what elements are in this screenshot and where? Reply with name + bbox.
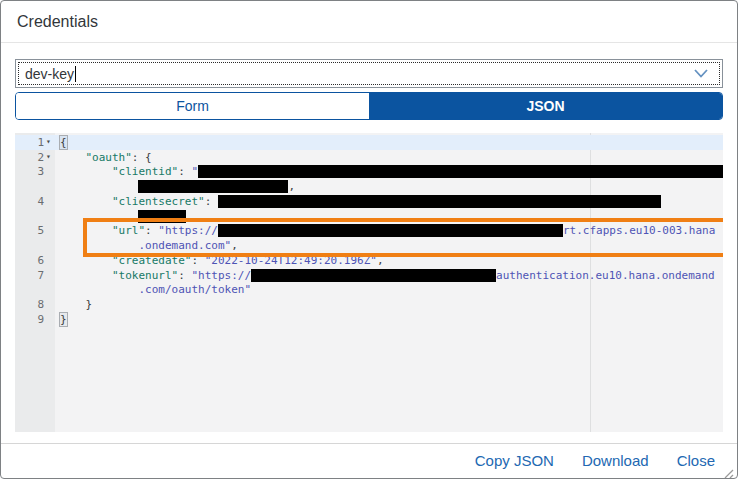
code-token: "oauth": [86, 151, 132, 164]
redacted-text: [138, 210, 186, 223]
redacted-text: [198, 165, 723, 178]
code-token: "2022-10-24T12:49:20.196Z": [205, 254, 377, 267]
code-token: }: [86, 298, 93, 311]
line-number: 1▾: [15, 136, 55, 149]
code-row: 9}: [15, 312, 723, 327]
redacted-text: [251, 269, 496, 282]
credential-key-combobox[interactable]: dev-key: [15, 59, 723, 88]
code-token: .ondemand.com": [138, 239, 231, 252]
code-line: "url": "https://rt.cfapps.eu10-003.hana: [55, 224, 723, 237]
line-number: 2▾: [15, 151, 55, 164]
page-title: Credentials: [17, 13, 98, 31]
code-token: [59, 210, 138, 223]
code-line: }: [55, 312, 723, 327]
redacted-text: [138, 180, 288, 193]
code-line: "tokenurl": "https://authentication.eu10…: [55, 269, 723, 282]
code-token: :: [191, 254, 204, 267]
code-token: :: [178, 269, 191, 282]
code-token: ,: [231, 239, 238, 252]
code-token: "https://: [191, 269, 251, 282]
fold-caret-icon[interactable]: ▾: [44, 138, 53, 146]
code-line: }: [55, 298, 723, 311]
code-token: [59, 269, 112, 282]
code-line: "clientid": ": [55, 165, 723, 178]
code-row: 6 "createdate": "2022-10-24T12:49:20.196…: [15, 253, 723, 268]
code-editor-content: 1▾{2▾ "oauth": {3 "clientid": " ,4 "clie…: [15, 135, 723, 327]
line-number: 8: [15, 298, 55, 311]
line-number: 4: [15, 195, 55, 208]
view-toggle: Form JSON: [15, 92, 723, 120]
code-editor[interactable]: 1▾{2▾ "oauth": {3 "clientid": " ,4 "clie…: [15, 133, 723, 432]
code-token: "clientsecret": [112, 195, 205, 208]
code-line: "createdate": "2022-10-24T12:49:20.196Z"…: [55, 254, 723, 267]
redacted-text: [218, 224, 563, 237]
code-row: 3 "clientid": ": [15, 165, 723, 180]
combobox-value: dev-key: [16, 66, 74, 82]
code-row: [15, 209, 723, 224]
text-cursor: [75, 66, 76, 82]
code-line: {: [55, 135, 723, 150]
code-token: rt.cfapps.eu10-003.hana: [563, 224, 715, 237]
copy-json-button[interactable]: Copy JSON: [475, 452, 554, 469]
code-token: "tokenurl": [112, 269, 178, 282]
line-number: 7: [15, 269, 55, 282]
code-token: "https://: [158, 224, 218, 237]
code-token: :: [178, 165, 191, 178]
chevron-down-icon[interactable]: [688, 60, 714, 87]
code-token: :: [205, 195, 218, 208]
code-row: 5 "url": "https://rt.cfapps.eu10-003.han…: [15, 224, 723, 239]
code-line: [55, 210, 723, 223]
code-line: "oauth": {: [55, 151, 723, 164]
code-token: [59, 224, 112, 237]
resize-grip-icon[interactable]: [723, 465, 734, 476]
code-token: [59, 165, 112, 178]
code-token: ,: [377, 254, 384, 267]
code-line: .com/oauth/token": [55, 283, 723, 296]
code-token: }: [59, 312, 68, 327]
code-row: 1▾{: [15, 135, 723, 150]
download-button[interactable]: Download: [582, 452, 649, 469]
tab-form[interactable]: Form: [16, 93, 369, 119]
code-line: "clientsecret":: [55, 195, 723, 208]
redacted-text: [218, 195, 661, 208]
code-row: .ondemand.com",: [15, 238, 723, 253]
code-token: [59, 151, 86, 164]
code-token: [59, 180, 138, 193]
code-row: 7 "tokenurl": "https://authentication.eu…: [15, 268, 723, 283]
code-row: 4 "clientsecret":: [15, 194, 723, 209]
code-token: ,: [288, 180, 295, 193]
code-token: [59, 283, 138, 296]
code-token: [59, 298, 86, 311]
code-line: ,: [55, 180, 723, 193]
dialog-header: Credentials: [1, 1, 737, 43]
line-number: 9: [15, 313, 55, 326]
code-token: : {: [132, 151, 152, 164]
code-token: "createdate": [112, 254, 191, 267]
credentials-dialog: Credentials dev-key Form JSON 1▾{2▾ "oau…: [0, 0, 738, 479]
line-number: 6: [15, 254, 55, 267]
code-line: .ondemand.com",: [55, 239, 723, 252]
code-token: authentication.eu10.hana.ondemand: [496, 269, 715, 282]
code-token: [59, 239, 138, 252]
code-token: "clientid": [112, 165, 178, 178]
dialog-footer: Copy JSON Download Close: [1, 443, 737, 478]
code-token: "url": [112, 224, 145, 237]
controls-area: dev-key Form JSON: [1, 43, 737, 120]
tab-json[interactable]: JSON: [369, 93, 722, 119]
line-number: 5: [15, 224, 55, 237]
code-token: [59, 195, 112, 208]
code-row: ,: [15, 179, 723, 194]
fold-caret-icon[interactable]: ▾: [44, 153, 53, 161]
close-button[interactable]: Close: [677, 452, 715, 469]
code-row: 8 }: [15, 297, 723, 312]
code-token: ": [191, 165, 198, 178]
line-number: 3: [15, 165, 55, 178]
code-token: .com/oauth/token": [138, 283, 251, 296]
code-row: 2▾ "oauth": {: [15, 150, 723, 165]
code-token: :: [145, 224, 158, 237]
code-row: .com/oauth/token": [15, 283, 723, 298]
code-token: [59, 254, 112, 267]
code-token: {: [59, 135, 68, 150]
